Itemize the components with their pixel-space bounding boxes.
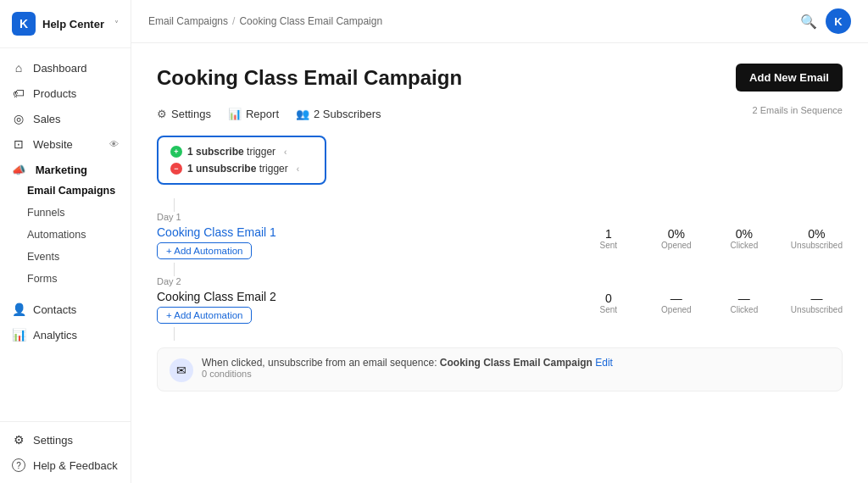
sidebar-item-analytics[interactable]: 📊 Analytics [0, 322, 131, 347]
sidebar-item-label: Sales [33, 113, 61, 125]
breadcrumb-separator: / [232, 15, 235, 27]
tab-subscribers[interactable]: 👥 2 Subscribers [296, 108, 381, 120]
stat-unsubscribed-1: 0% Unsubscribed [791, 227, 843, 250]
stat-sent-value-1: 1 [587, 227, 630, 241]
app-logo: K [12, 12, 36, 36]
stat-opened-label-2: Opened [655, 305, 698, 314]
sidebar-item-website[interactable]: ⊡ Website 👁 [0, 131, 131, 157]
sidebar-item-marketing[interactable]: 📣 Marketing [0, 157, 131, 180]
main-area: Email Campaigns / Cooking Class Email Ca… [131, 0, 868, 483]
sidebar-item-automations[interactable]: Automations [0, 224, 131, 246]
sidebar-item-email-campaigns[interactable]: Email Campaigns [0, 180, 131, 202]
eye-icon: 👁 [109, 139, 119, 149]
sidebar-item-label: Contacts [33, 303, 76, 316]
sidebar-item-forms[interactable]: Forms [0, 268, 131, 290]
stat-opened-value-1: 0% [655, 227, 698, 241]
stat-unsubscribed-2: — Unsubscribed [791, 291, 843, 314]
stat-opened-value-2: — [655, 291, 698, 305]
add-automation-button-1[interactable]: + Add Automation [157, 242, 252, 259]
chevron-down-icon[interactable]: ˅ [114, 19, 119, 29]
email-name-1[interactable]: Cooking Class Email 1 [157, 225, 587, 239]
email-card-2: Day 2 Cooking Class Email 2 + Add Automa… [157, 276, 843, 324]
sidebar-nav: ⌂ Dashboard 🏷 Products ◎ Sales ⊡ Website… [0, 48, 131, 421]
stat-sent-1: 1 Sent [587, 227, 630, 250]
sidebar: K Help Center ˅ ⌂ Dashboard 🏷 Products ◎… [0, 0, 131, 483]
sidebar-item-help[interactable]: ? Help & Feedback [0, 452, 131, 478]
stat-unsubscribed-label-1: Unsubscribed [791, 241, 843, 250]
tab-settings-label: Settings [171, 108, 211, 120]
stat-clicked-label-2: Clicked [723, 305, 765, 314]
content-area: Cooking Class Email Campaign Add New Ema… [131, 43, 868, 483]
tab-settings[interactable]: ⚙ Settings [157, 108, 211, 120]
subscribe-trigger-text: 1 subscribe trigger [187, 146, 275, 158]
page-title: Cooking Class Email Campaign [157, 66, 736, 90]
stat-sent-value-2: 0 [587, 291, 630, 305]
stat-sent-2: 0 Sent [587, 291, 630, 314]
search-icon[interactable]: 🔍 [800, 14, 817, 30]
email-stats-2: 0 Sent — Opened — Clicked — Unsubscribed [587, 291, 843, 314]
products-icon: 🏷 [12, 86, 25, 100]
stat-unsubscribed-value-1: 0% [791, 227, 843, 241]
stat-clicked-value-2: — [723, 291, 765, 305]
sidebar-item-sales[interactable]: ◎ Sales [0, 106, 131, 131]
tab-report[interactable]: 📊 Report [228, 108, 279, 120]
topbar: Email Campaigns / Cooking Class Email Ca… [131, 0, 868, 43]
stat-clicked-label-1: Clicked [723, 241, 765, 250]
marketing-icon: 📣 [12, 164, 25, 176]
help-icon: ? [12, 458, 25, 472]
tabs-bar: ⚙ Settings 📊 Report 👥 2 Subscribers 2 Em… [157, 105, 843, 122]
unsub-edit-link[interactable]: Edit [595, 357, 613, 369]
stat-sent-label-1: Sent [587, 241, 630, 250]
subscribe-trigger-arrow: ‹ [284, 147, 287, 157]
tab-subscribers-label: 2 Subscribers [314, 108, 381, 120]
report-tab-icon: 📊 [228, 108, 242, 120]
sidebar-item-funnels[interactable]: Funnels [0, 202, 131, 224]
trigger-box: + 1 subscribe trigger ‹ − 1 unsubscribe … [157, 136, 326, 185]
email-card-1: Day 1 Cooking Class Email 1 + Add Automa… [157, 212, 843, 259]
sidebar-item-contacts[interactable]: 👤 Contacts [0, 297, 131, 322]
analytics-icon: 📊 [12, 328, 25, 341]
add-automation-button-2[interactable]: + Add Automation [157, 307, 252, 324]
sequence-info: 2 Emails in Sequence [753, 105, 843, 115]
sidebar-item-label: Dashboard [33, 62, 87, 75]
email-stats-1: 1 Sent 0% Opened 0% Clicked 0% Unsubscri… [587, 227, 843, 250]
day-label-1: Day 1 [157, 212, 843, 222]
sidebar-item-dashboard[interactable]: ⌂ Dashboard [0, 55, 131, 80]
topbar-actions: 🔍 K [800, 8, 851, 34]
settings-tab-icon: ⚙ [157, 108, 167, 120]
stat-unsubscribed-value-2: — [791, 291, 843, 305]
sidebar-item-label: Settings [33, 434, 73, 447]
breadcrumb-parent[interactable]: Email Campaigns [148, 15, 228, 27]
settings-icon: ⚙ [12, 433, 25, 447]
subscribe-trigger-row: + 1 subscribe trigger ‹ [170, 146, 313, 158]
stat-opened-2: — Opened [655, 291, 698, 314]
sidebar-item-settings[interactable]: ⚙ Settings [0, 427, 131, 452]
stat-clicked-value-1: 0% [723, 227, 765, 241]
sidebar-header: K Help Center ˅ [0, 0, 131, 48]
unsubscribe-icon: − [170, 163, 182, 175]
breadcrumb-current: Cooking Class Email Campaign [239, 15, 382, 27]
stat-unsubscribed-label-2: Unsubscribed [791, 305, 843, 314]
add-new-email-button[interactable]: Add New Email [736, 64, 843, 92]
avatar[interactable]: K [826, 8, 851, 34]
unsubscribe-trigger-arrow: ‹ [297, 164, 299, 174]
email-row-1: Cooking Class Email 1 + Add Automation 1… [157, 225, 843, 259]
dashboard-icon: ⌂ [12, 61, 25, 75]
email-name-2[interactable]: Cooking Class Email 2 [157, 290, 587, 303]
unsub-card-content: When clicked, unsubscribe from an email … [202, 357, 613, 379]
website-icon: ⊡ [12, 137, 25, 151]
sidebar-item-events[interactable]: Events [0, 246, 131, 268]
subscribers-tab-icon: 👥 [296, 108, 309, 120]
breadcrumb: Email Campaigns / Cooking Class Email Ca… [148, 15, 795, 27]
sidebar-item-products[interactable]: 🏷 Products [0, 80, 131, 106]
email-info-2: Cooking Class Email 2 + Add Automation [157, 290, 587, 324]
email-icon: ✉ [170, 358, 193, 382]
unsubscribe-card: ✉ When clicked, unsubscribe from an emai… [157, 347, 843, 391]
stat-clicked-2: — Clicked [723, 291, 765, 314]
subscribe-icon: + [170, 146, 182, 158]
unsubscribe-trigger-row: − 1 unsubscribe trigger ‹ [170, 163, 313, 175]
sales-icon: ◎ [12, 112, 25, 125]
unsub-conditions: 0 conditions [202, 369, 613, 379]
email-info-1: Cooking Class Email 1 + Add Automation [157, 225, 587, 259]
sequence-line-3 [174, 327, 175, 341]
